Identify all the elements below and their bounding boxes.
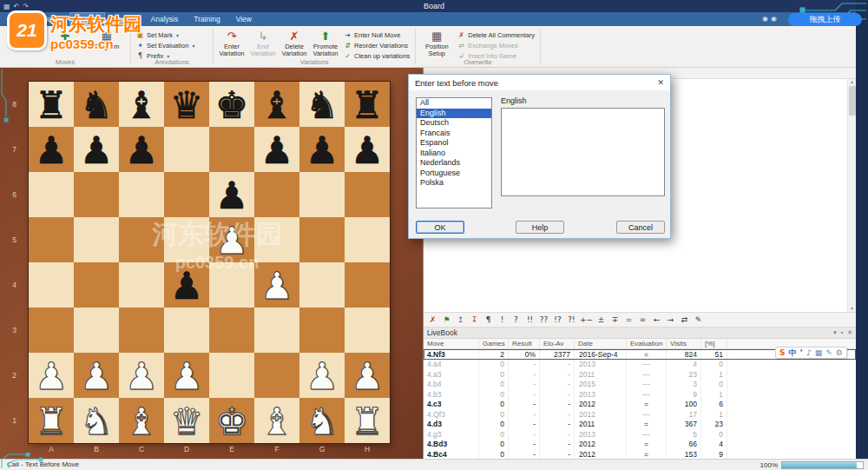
- set-mark-button[interactable]: ▣ Set Mark▾: [135, 30, 196, 40]
- square-e3[interactable]: [209, 308, 254, 353]
- language-listbox[interactable]: AllEnglishDeutschFrancaisEspanolItaliano…: [416, 97, 492, 209]
- position-setup-button[interactable]: ▦ Position Setup: [419, 28, 454, 60]
- annotation-symbol-button[interactable]: ↥: [454, 314, 467, 327]
- livebook-window-icon[interactable]: ✕: [847, 329, 852, 336]
- cancel-button[interactable]: Cancel: [616, 221, 665, 234]
- square-a6[interactable]: [29, 172, 74, 217]
- dialog-title-bar[interactable]: Enter text before move ✕: [409, 75, 670, 90]
- column-header-visits[interactable]: Visits: [667, 339, 701, 348]
- language-option-nederlands[interactable]: Nederlands: [417, 158, 491, 169]
- enter-variation-button[interactable]: ↷ Enter Variation: [217, 28, 247, 60]
- square-g8[interactable]: ♞: [299, 82, 345, 127]
- delete-variation-button[interactable]: ✗ Delete Variation: [279, 28, 309, 60]
- chess-board[interactable]: ♜♞♝♛♚♝♞♜♟♟♟♟♟♟♟♟♟♟♟♟♟♟♟♟♜♞♝♛♚♝♞♜: [29, 82, 390, 443]
- square-b7[interactable]: ♟: [74, 127, 119, 172]
- scroll-up-icon[interactable]: ▲: [850, 79, 854, 84]
- square-d6[interactable]: [164, 172, 209, 217]
- square-f1[interactable]: ♝: [254, 398, 299, 443]
- livebook-row[interactable]: 4.b30--2013---91: [424, 389, 856, 400]
- square-b1[interactable]: ♞: [74, 398, 119, 443]
- square-b8[interactable]: ♞: [74, 82, 119, 127]
- upload-overlay-button[interactable]: 拖拽上传: [788, 13, 862, 26]
- annotation-symbol-button[interactable]: ✗: [426, 314, 439, 327]
- square-h6[interactable]: [345, 172, 390, 217]
- column-header-eval[interactable]: Evaluation: [627, 339, 667, 348]
- square-g4[interactable]: [299, 262, 345, 308]
- annotation-symbol-button[interactable]: ∓: [608, 314, 621, 327]
- livebook-row[interactable]: 4.Bc40--2012=1539: [424, 449, 856, 459]
- language-option-francais[interactable]: Francais: [417, 129, 491, 139]
- square-g3[interactable]: [299, 308, 345, 353]
- reorder-variations-button[interactable]: ⇵ Reorder Variations: [342, 41, 411, 50]
- ime-icon[interactable]: ♪: [806, 348, 812, 358]
- annotation-symbol-button[interactable]: +−: [579, 314, 594, 327]
- square-e1[interactable]: ♚: [209, 398, 254, 443]
- square-f7[interactable]: ♟: [254, 127, 299, 172]
- column-header-move[interactable]: Move: [424, 339, 479, 348]
- livebook-row[interactable]: 4.b40--2015---30: [424, 380, 856, 390]
- square-b4[interactable]: [74, 262, 119, 308]
- livebook-row[interactable]: 4.g30--2013---50: [424, 429, 856, 440]
- annotation-symbol-button[interactable]: =: [622, 314, 635, 327]
- enter-null-move-button[interactable]: ➜ Enter Null Move: [342, 30, 411, 40]
- square-d8[interactable]: ♛: [164, 82, 209, 127]
- annotation-symbol-button[interactable]: ⇄: [678, 314, 691, 327]
- scrollbar-thumb[interactable]: [849, 86, 856, 116]
- annotation-symbol-button[interactable]: ¶: [482, 314, 495, 327]
- square-d7[interactable]: [164, 127, 209, 172]
- column-header-pct[interactable]: [%]: [701, 339, 727, 348]
- input-method-toolbar[interactable]: S中’♪▦✎⚙: [775, 347, 847, 359]
- language-option-italiano[interactable]: Italiano: [417, 149, 491, 159]
- livebook-row[interactable]: 4.a30--2011---231: [424, 369, 856, 380]
- square-g7[interactable]: ♟: [299, 127, 345, 172]
- square-h8[interactable]: ♜: [345, 82, 390, 127]
- square-c6[interactable]: [119, 172, 164, 217]
- annotation-symbol-button[interactable]: !?: [551, 314, 564, 327]
- square-d5[interactable]: [164, 217, 209, 262]
- ime-icon[interactable]: ’: [799, 348, 802, 358]
- share-icon[interactable]: ◉: [762, 15, 768, 23]
- square-h4[interactable]: [345, 262, 390, 308]
- annotation-symbol-button[interactable]: ⚑: [440, 314, 453, 327]
- square-b3[interactable]: [74, 308, 119, 353]
- livebook-window-icon[interactable]: ▾: [833, 329, 837, 336]
- square-d1[interactable]: ♛: [164, 398, 209, 443]
- square-a4[interactable]: [29, 262, 74, 308]
- set-evaluation-button[interactable]: ✦ Set Evaluation▾: [135, 41, 196, 50]
- square-f3[interactable]: [254, 308, 299, 353]
- square-g2[interactable]: ♟: [299, 353, 345, 398]
- ime-icon[interactable]: ▦: [815, 348, 823, 358]
- square-c2[interactable]: ♟: [119, 353, 164, 398]
- livebook-tab[interactable]: LiveBook: [427, 328, 457, 337]
- annotation-symbol-button[interactable]: →: [664, 314, 677, 327]
- square-b5[interactable]: [74, 217, 119, 262]
- square-d3[interactable]: [164, 308, 209, 353]
- square-f6[interactable]: [254, 172, 299, 217]
- language-option-polska[interactable]: Polska: [417, 178, 491, 189]
- square-e7[interactable]: [209, 127, 254, 172]
- tab-training[interactable]: Training: [186, 12, 227, 26]
- square-h7[interactable]: ♟: [345, 127, 390, 172]
- square-h2[interactable]: ♟: [345, 353, 390, 398]
- help-button[interactable]: Help: [516, 221, 564, 234]
- language-option-english[interactable]: English: [417, 109, 491, 119]
- livebook-row[interactable]: 4.Bd30--2012=664: [424, 440, 856, 450]
- square-g6[interactable]: [299, 172, 345, 217]
- livebook-row[interactable]: 4.a40--2013---40: [424, 360, 856, 370]
- square-a3[interactable]: [29, 308, 74, 353]
- livebook-row[interactable]: 4.d30--2011=36723: [424, 420, 856, 430]
- square-f2[interactable]: [254, 353, 299, 398]
- square-c3[interactable]: [119, 308, 164, 353]
- square-b2[interactable]: ♟: [74, 353, 119, 398]
- ime-icon[interactable]: S: [779, 348, 785, 358]
- tab-analysis[interactable]: Analysis: [143, 12, 187, 26]
- square-a1[interactable]: ♜: [29, 398, 74, 443]
- tab-view[interactable]: View: [228, 12, 260, 26]
- close-icon[interactable]: ✕: [657, 78, 664, 87]
- ime-icon[interactable]: 中: [788, 348, 796, 358]
- exchange-moves-button[interactable]: ⇄ Exchange Moves: [456, 41, 536, 50]
- annotation-symbol-button[interactable]: ↧: [468, 314, 481, 327]
- column-header-games[interactable]: Games: [479, 339, 509, 348]
- livebook-row[interactable]: 4.Qf30--2012---171: [424, 409, 856, 420]
- comment-textarea[interactable]: [501, 108, 665, 196]
